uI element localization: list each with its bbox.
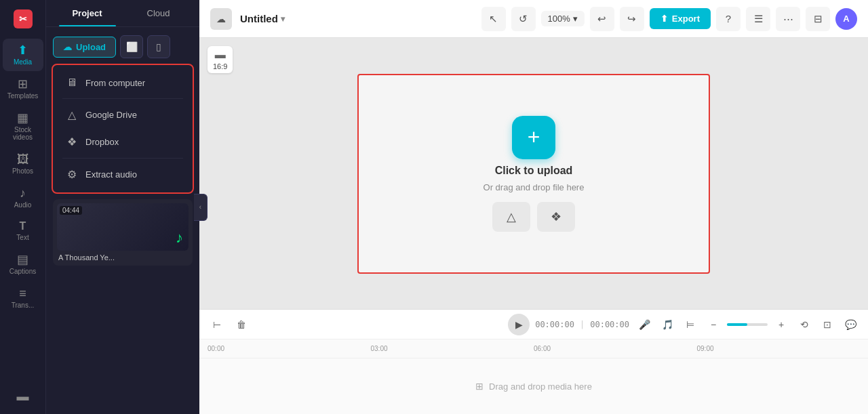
- play-button[interactable]: ▶: [508, 314, 530, 335]
- canvas-area: ▬ 16:9 + Click to upload Or drag and dro…: [199, 38, 868, 309]
- zoom-in-btn[interactable]: +: [772, 315, 791, 334]
- play-icon: ▶: [515, 319, 523, 330]
- ellipsis-icon: ⋯: [783, 13, 793, 25]
- tab-project[interactable]: Project: [52, 0, 123, 26]
- document-title: Untitled ▾: [240, 13, 285, 24]
- canvas-upload-text: Click to upload: [495, 165, 573, 177]
- layout-icon: ☰: [754, 13, 763, 25]
- topbar-tools: ↖ ↺ 100% ▾ ↩ ↪ ⬆ Export ? ☰: [481, 7, 857, 31]
- timeline-delete-btn[interactable]: 🗑: [232, 315, 251, 334]
- split-clip-icon: ⊢: [213, 319, 221, 330]
- undo-btn[interactable]: ↩: [590, 7, 614, 31]
- sidebar-label-text: Text: [16, 234, 28, 241]
- upload-menu-box: 🖥 From computer △ Google Drive ❖ Dropbox…: [52, 64, 194, 194]
- tab-cloud[interactable]: Cloud: [123, 0, 194, 26]
- sidebar-label-stock: Stock videos: [5, 126, 41, 141]
- canvas-box: + Click to upload Or drag and drop file …: [357, 74, 710, 274]
- cursor-tool-btn[interactable]: ↖: [481, 7, 506, 31]
- audio-card[interactable]: 04:44 ♪ A Thousand Ye...: [53, 199, 193, 266]
- zoom-display[interactable]: 100% ▾: [541, 11, 585, 26]
- topbar-cloud-icon: ☁: [210, 8, 232, 30]
- fit-view-btn[interactable]: ⟲: [795, 315, 814, 334]
- time-separator: |: [580, 320, 585, 329]
- minus-icon: −: [711, 319, 716, 330]
- ruler-mark-1: 03:00: [371, 345, 534, 352]
- drag-drop-text: Drag and drop media here: [489, 381, 592, 392]
- subtitles-icon: ▬: [17, 390, 29, 402]
- phone-view-btn[interactable]: ▯: [147, 35, 170, 58]
- timeline-toolbar: ⊢ 🗑 ▶ 00:00:00 | 00:00:00 🎤 🎵 ⊨: [199, 310, 868, 339]
- title-text: Untitled: [240, 13, 278, 24]
- logo-button[interactable]: ✂: [9, 5, 37, 33]
- canvas-gdrive-btn[interactable]: △: [492, 202, 530, 232]
- dropbox-source-icon: ❖: [551, 209, 561, 224]
- timeline-track[interactable]: ⊞ Drag and drop media here: [199, 358, 868, 414]
- timeline-split-btn[interactable]: ⊢: [208, 315, 226, 334]
- phone-icon: ▯: [156, 41, 161, 52]
- zoom-out-btn[interactable]: −: [704, 315, 723, 334]
- timeline-area: ⊢ 🗑 ▶ 00:00:00 | 00:00:00 🎤 🎵 ⊨: [199, 309, 868, 414]
- sidebar-item-text[interactable]: T Text: [3, 215, 43, 247]
- canvas-source-btns: △ ❖: [492, 202, 575, 232]
- sidebar-label-audio: Audio: [14, 201, 32, 209]
- dropbox-item[interactable]: ❖ Dropbox: [56, 129, 190, 155]
- redo-icon: ↪: [627, 13, 636, 25]
- grid-view-btn[interactable]: ⊡: [818, 315, 837, 334]
- main-area: ☁ Untitled ▾ ↖ ↺ 100% ▾ ↩ ↪ ⬆: [199, 0, 868, 414]
- aspect-monitor-icon: ▬: [215, 49, 226, 61]
- zoom-chevron-icon: ▾: [573, 14, 578, 24]
- sidebar-item-captions[interactable]: ▤ Captions: [3, 248, 43, 281]
- media-item-audio: 04:44 ♪ A Thousand Ye...: [46, 194, 199, 271]
- audio-icon: ♪: [20, 187, 26, 199]
- avatar[interactable]: A: [835, 8, 857, 30]
- zoom-slider[interactable]: [727, 323, 768, 326]
- sidebar-item-bottom[interactable]: ▬: [3, 385, 43, 408]
- help-icon: ?: [726, 13, 731, 24]
- sidebar-item-more[interactable]: ≡ Trans...: [3, 282, 43, 314]
- sidebar-label-captions: Captions: [9, 268, 36, 275]
- cut-icon: ⊨: [686, 319, 694, 330]
- canvas-drag-text: Or drag and drop file here: [484, 182, 585, 192]
- microphone-btn[interactable]: 🎤: [635, 315, 654, 334]
- google-drive-item[interactable]: △ Google Drive: [56, 102, 190, 128]
- sidebar-item-templates[interactable]: ⊞ Templates: [3, 73, 43, 105]
- title-chevron-icon[interactable]: ▾: [281, 14, 285, 24]
- export-icon: ⬆: [660, 14, 668, 24]
- more-icon: ≡: [19, 287, 26, 299]
- from-computer-item[interactable]: 🖥 From computer: [56, 70, 190, 96]
- upload-button[interactable]: ☁ Upload: [53, 37, 116, 58]
- sidebar-item-media[interactable]: ⬆ Media: [3, 39, 43, 71]
- computer-icon: 🖥: [65, 77, 79, 89]
- aspect-ratio-badge[interactable]: ▬ 16:9: [208, 46, 233, 73]
- caption-btn[interactable]: 💬: [841, 315, 860, 334]
- help-btn[interactable]: ?: [716, 7, 741, 31]
- panel-content: ☁ Upload ⬜ ▯ 🖥 From computer △ Google Dr…: [46, 27, 199, 414]
- panel-collapse-btn[interactable]: ‹: [194, 194, 208, 221]
- audio-title: A Thousand Ye...: [57, 253, 189, 262]
- audio-note-icon: ♪: [176, 229, 183, 247]
- export-button[interactable]: ⬆ Export: [650, 8, 711, 29]
- sidebar-label-templates: Templates: [7, 92, 39, 100]
- redo-btn[interactable]: ↪: [620, 7, 644, 31]
- extract-audio-item[interactable]: ⚙ Extract audio: [56, 161, 190, 188]
- cut-btn[interactable]: ⊨: [681, 315, 700, 334]
- layout-btn[interactable]: ☰: [746, 7, 770, 31]
- canvas-dropbox-btn[interactable]: ❖: [537, 202, 575, 232]
- rotate-tool-btn[interactable]: ↺: [511, 7, 536, 31]
- ruler-mark-3: 09:00: [697, 345, 861, 352]
- sidebar-item-photos[interactable]: 🖼 Photos: [3, 148, 43, 180]
- split-view-btn[interactable]: ⊟: [806, 7, 830, 31]
- gdrive-source-icon: △: [507, 209, 516, 224]
- drag-drop-icon: ⊞: [475, 381, 484, 392]
- media-icon: ⬆: [18, 44, 28, 56]
- sidebar-item-stock[interactable]: ▦ Stock videos: [3, 106, 43, 146]
- music-btn[interactable]: 🎵: [658, 315, 677, 334]
- more-options-btn[interactable]: ⋯: [776, 7, 800, 31]
- chevron-left-icon: ‹: [199, 203, 201, 211]
- canvas-upload-btn[interactable]: +: [512, 116, 555, 159]
- templates-icon: ⊞: [18, 78, 28, 90]
- tablet-view-btn[interactable]: ⬜: [120, 35, 143, 58]
- audio-duration: 04:44: [60, 206, 82, 215]
- sidebar-item-audio[interactable]: ♪ Audio: [3, 182, 43, 214]
- caption-icon: 💬: [845, 319, 856, 330]
